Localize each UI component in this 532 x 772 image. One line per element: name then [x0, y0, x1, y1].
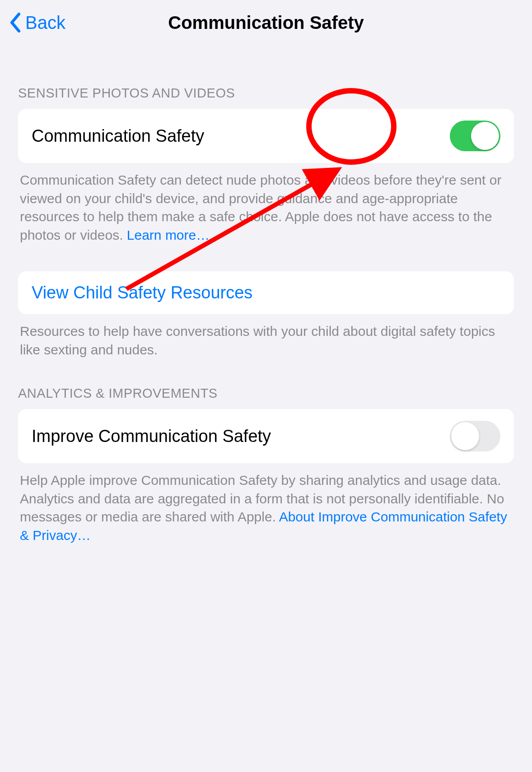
view-resources-label: View Child Safety Resources	[32, 283, 252, 302]
footer-text-content: Communication Safety can detect nude pho…	[20, 172, 501, 242]
back-label: Back	[25, 13, 65, 33]
communication-safety-footer: Communication Safety can detect nude pho…	[18, 163, 514, 244]
chevron-left-icon	[9, 13, 22, 33]
resources-footer: Resources to help have conversations wit…	[18, 314, 514, 359]
communication-safety-toggle[interactable]	[450, 121, 500, 151]
section-header-analytics: ANALYTICS & IMPROVEMENTS	[18, 359, 514, 409]
learn-more-link[interactable]: Learn more…	[127, 228, 210, 242]
communication-safety-label: Communication Safety	[32, 126, 204, 146]
improve-communication-safety-label: Improve Communication Safety	[32, 427, 271, 446]
view-resources-row[interactable]: View Child Safety Resources	[18, 271, 514, 314]
toggle-knob	[471, 122, 499, 150]
toggle-knob	[451, 422, 479, 450]
section-header-sensitive: SENSITIVE PHOTOS AND VIDEOS	[18, 45, 514, 109]
improve-communication-safety-toggle[interactable]	[450, 421, 500, 451]
improve-communication-safety-row: Improve Communication Safety	[18, 409, 514, 463]
back-button[interactable]: Back	[9, 13, 65, 33]
communication-safety-row: Communication Safety	[18, 109, 514, 163]
page-title: Communication Safety	[168, 13, 364, 33]
navigation-bar: Back Communication Safety	[0, 0, 532, 45]
analytics-footer: Help Apple improve Communication Safety …	[18, 463, 514, 544]
